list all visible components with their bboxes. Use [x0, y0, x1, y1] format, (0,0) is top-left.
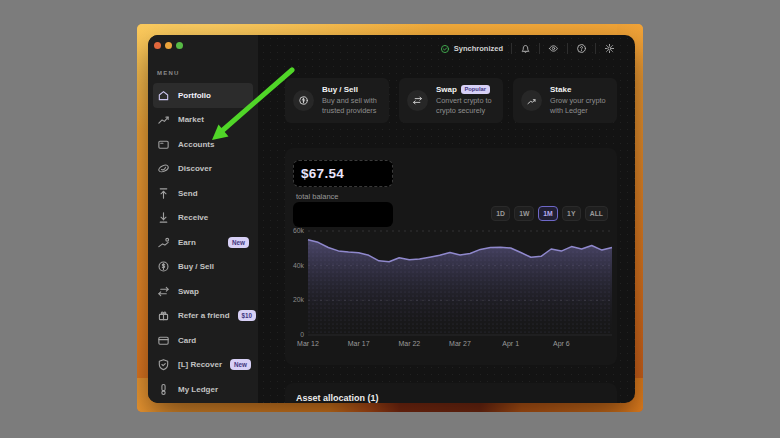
check-circle-icon	[440, 44, 450, 54]
app-window: MENU Portfolio Market Accounts Discover	[148, 35, 635, 403]
card-title: Buy / Sell	[322, 85, 358, 94]
sidebar: MENU Portfolio Market Accounts Discover	[148, 35, 258, 403]
popular-badge: Popular	[461, 85, 490, 94]
divider	[567, 43, 568, 54]
sidebar-item-refer-a-friend[interactable]: Refer a friend $10	[153, 304, 253, 329]
swap-arrows-icon	[157, 285, 170, 298]
wallet-icon	[157, 138, 170, 151]
dollar-coin-icon	[293, 90, 314, 111]
total-balance-value: $67.54	[301, 166, 344, 181]
earn-growth-icon	[157, 236, 170, 249]
sidebar-item-recover[interactable]: [L] Recover New	[153, 353, 253, 378]
divider	[511, 43, 512, 54]
total-balance-box: $67.54	[293, 160, 393, 187]
credit-card-icon	[157, 334, 170, 347]
swap-card[interactable]: Swap Popular Convert crypto to crypto se…	[399, 78, 503, 123]
sidebar-item-send[interactable]: Send	[153, 181, 253, 206]
sidebar-item-my-ledger[interactable]: My Ledger	[153, 377, 253, 402]
sidebar-item-accounts[interactable]: Accounts	[153, 132, 253, 157]
portfolio-chart-card: $67.54 total balance 1D 1W 1M 1Y ALL 60k…	[285, 148, 617, 365]
sidebar-item-portfolio[interactable]: Portfolio	[153, 83, 253, 108]
stake-growth-icon	[521, 90, 542, 111]
sidebar-item-market[interactable]: Market	[153, 108, 253, 133]
market-chart-icon	[157, 113, 170, 126]
card-description: Buy and sell with trusted providers	[322, 96, 381, 116]
new-badge: New	[228, 237, 249, 248]
settings-gear-icon[interactable]	[604, 43, 615, 54]
sidebar-item-card[interactable]: Card	[153, 328, 253, 353]
redacted-balance-delta	[293, 202, 393, 227]
main-content: Synchronized Buy / Sell	[258, 35, 635, 403]
x-tick-label: Apr 1	[502, 340, 519, 347]
traffic-lights	[148, 35, 258, 49]
sidebar-item-label: Portfolio	[178, 91, 211, 100]
sidebar-item-label: Receive	[178, 213, 208, 222]
desktop-background: MENU Portfolio Market Accounts Discover	[0, 0, 780, 438]
sidebar-item-swap[interactable]: Swap	[153, 279, 253, 304]
shield-check-icon	[157, 358, 170, 371]
nano-device-icon	[157, 383, 170, 396]
sidebar-item-label: My Ledger	[178, 385, 218, 394]
x-tick-label: Mar 17	[348, 340, 370, 347]
card-title: Swap	[436, 85, 457, 94]
gift-icon	[157, 309, 170, 322]
planet-icon	[157, 162, 170, 175]
x-tick-label: Apr 6	[553, 340, 570, 347]
menu-section-label: MENU	[157, 70, 258, 76]
range-button-all[interactable]: ALL	[585, 206, 608, 221]
sidebar-item-label: Market	[178, 115, 204, 124]
x-tick-label: Mar 22	[398, 340, 420, 347]
dollar-coin-icon	[157, 260, 170, 273]
sidebar-item-earn[interactable]: Earn New	[153, 230, 253, 255]
buy-sell-card[interactable]: Buy / Sell Buy and sell with trusted pro…	[285, 78, 389, 123]
sidebar-item-label: Send	[178, 189, 198, 198]
topbar: Synchronized	[440, 43, 615, 54]
y-tick-label: 20k	[285, 296, 304, 303]
home-icon	[157, 89, 170, 102]
card-description: Grow your crypto with Ledger	[550, 96, 609, 116]
area-fill	[308, 240, 612, 335]
stake-card[interactable]: Stake Grow your crypto with Ledger	[513, 78, 617, 123]
sync-status[interactable]: Synchronized	[440, 44, 503, 54]
divider	[595, 43, 596, 54]
wallpaper: MENU Portfolio Market Accounts Discover	[137, 24, 643, 412]
y-tick-label: 60k	[285, 227, 304, 234]
sidebar-item-label: Refer a friend	[178, 311, 230, 320]
sidebar-item-label: Earn	[178, 238, 196, 247]
sidebar-item-label: Buy / Sell	[178, 262, 214, 271]
range-button-1m[interactable]: 1M	[538, 206, 557, 221]
sync-status-label: Synchronized	[454, 44, 503, 53]
asset-allocation-card: Asset allocation (1)	[285, 383, 617, 403]
swap-arrows-icon	[407, 90, 428, 111]
sidebar-item-label: [L] Recover	[178, 360, 222, 369]
sidebar-item-receive[interactable]: Receive	[153, 206, 253, 231]
range-button-1d[interactable]: 1D	[491, 206, 510, 221]
x-tick-label: Mar 12	[297, 340, 319, 347]
divider	[539, 43, 540, 54]
arrow-up-icon	[157, 187, 170, 200]
arrow-down-icon	[157, 211, 170, 224]
balance-area-chart: 60k40k20k0Mar 12Mar 17Mar 22Mar 27Apr 1A…	[308, 227, 612, 335]
sidebar-item-buy-sell[interactable]: Buy / Sell	[153, 255, 253, 280]
time-range-selector: 1D 1W 1M 1Y ALL	[491, 206, 608, 221]
zoom-window-button[interactable]	[176, 42, 183, 49]
bell-icon[interactable]	[520, 43, 531, 54]
x-tick-label: Mar 27	[449, 340, 471, 347]
help-icon[interactable]	[576, 43, 587, 54]
close-window-button[interactable]	[154, 42, 161, 49]
sidebar-item-label: Accounts	[178, 140, 214, 149]
range-button-1y[interactable]: 1Y	[562, 206, 581, 221]
quick-actions: Buy / Sell Buy and sell with trusted pro…	[285, 78, 617, 123]
minimize-window-button[interactable]	[165, 42, 172, 49]
total-balance-caption: total balance	[296, 192, 339, 201]
card-description: Convert crypto to crypto securely	[436, 96, 495, 116]
eye-icon[interactable]	[548, 43, 559, 54]
y-tick-label: 40k	[285, 262, 304, 269]
reward-badge: $10	[238, 310, 257, 321]
y-tick-label: 0	[285, 331, 304, 338]
sidebar-item-discover[interactable]: Discover	[153, 157, 253, 182]
range-button-1w[interactable]: 1W	[514, 206, 534, 221]
sidebar-item-label: Card	[178, 336, 196, 345]
card-title: Stake	[550, 85, 571, 94]
asset-allocation-title: Asset allocation (1)	[296, 393, 379, 403]
